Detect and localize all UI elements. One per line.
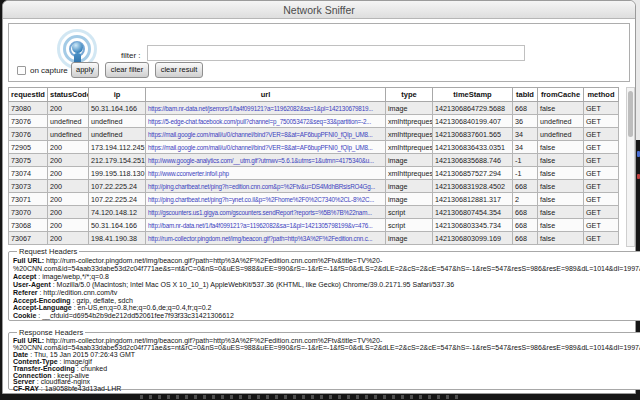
table-row[interactable]: 73070 200 74.120.148.12 http://gscounter…	[9, 206, 619, 219]
cell-method: GET	[584, 115, 619, 128]
cell-ip: 212.179.154.251	[89, 154, 146, 167]
cell-requestid: 73080	[9, 102, 48, 115]
table-row[interactable]: 73074 200 199.195.118.130 http://www.cco…	[9, 167, 619, 180]
cell-statuscode: 200	[48, 102, 89, 115]
cell-tabid: 668	[513, 180, 538, 193]
column-header-requestid[interactable]: requestId	[9, 88, 48, 102]
column-header-method[interactable]: method	[584, 88, 619, 102]
requests-table: requestId statusCode ip url type timeSta…	[8, 87, 619, 245]
window-title: Network Sniffer	[3, 4, 635, 16]
table-row[interactable]: 72905 200 173.194.112.245 https://mail.g…	[9, 141, 619, 154]
cell-ip: undefined	[89, 115, 146, 128]
table-row[interactable]: 73076 undefined undefined https://5-edge…	[9, 115, 619, 128]
table-row[interactable]: 73067 200 198.41.190.38 http://rum-colle…	[9, 232, 619, 245]
cell-requestid: 72905	[9, 141, 48, 154]
cell-url-link[interactable]: https://bam.nr-data.net/jserrors/1/fa4f0…	[146, 102, 386, 115]
cell-url-link[interactable]: https://mail.google.com/mail/u/0/channel…	[146, 141, 386, 154]
cell-timestamp: 1421306835688.746	[433, 154, 513, 167]
scrollbar-thumb[interactable]	[628, 91, 633, 137]
cell-requestid: 73068	[9, 219, 48, 232]
table-header-row: requestId statusCode ip url type timeSta…	[9, 88, 619, 102]
cell-fromcache: undefined	[538, 128, 584, 141]
table-row[interactable]: 73075 200 212.179.154.251 http://www.goo…	[9, 154, 619, 167]
cell-fromcache: false	[538, 193, 584, 206]
column-header-timestamp[interactable]: timeStamp	[433, 88, 513, 102]
request-headers-legend: Request Headers	[17, 247, 79, 256]
cell-requestid: 73071	[9, 193, 48, 206]
cell-statuscode: 200	[48, 206, 89, 219]
cell-type: script	[386, 219, 433, 232]
header-entry: Connection : keep-alive	[13, 373, 640, 380]
column-header-fromcache[interactable]: fromCache	[538, 88, 584, 102]
response-headers-panel: Response Headers Full URL: http://rum-co…	[8, 328, 640, 390]
cell-tabid: 668	[513, 206, 538, 219]
clear-result-button[interactable]: clear result	[155, 62, 203, 78]
cell-statuscode: 200	[48, 167, 89, 180]
cell-tabid: -1	[513, 154, 538, 167]
on-capture-checkbox[interactable]	[17, 66, 26, 75]
cell-fromcache: false	[538, 232, 584, 245]
cell-timestamp: 1421306864729.5688	[433, 102, 513, 115]
table-row[interactable]: 73071 200 107.22.225.24 http://ping.char…	[9, 193, 619, 206]
requests-table-body: 73080 200 50.31.164.166 https://bam.nr-d…	[9, 102, 619, 245]
titlebar: Network Sniffer	[3, 1, 635, 19]
cell-url-link[interactable]: http://rum-collector.pingdom.net/img/bea…	[146, 232, 386, 245]
cell-ip: 50.31.164.166	[89, 219, 146, 232]
column-header-url[interactable]: url	[146, 88, 386, 102]
table-scrollbar[interactable]	[626, 87, 635, 247]
cell-url-link[interactable]: http://ping.chartbeat.net/ping?h=ynet.co…	[146, 193, 386, 206]
cell-tabid: -1	[513, 167, 538, 180]
request-full-url-line2: %20CNN.com&id=54aab33dabe53d2c04f771ae&s…	[13, 265, 640, 273]
header-entry: Referer : http://edition.cnn.com/tv	[13, 289, 640, 297]
cell-method: GET	[584, 180, 619, 193]
table-row[interactable]: 73073 200 107.22.225.24 http://ping.char…	[9, 180, 619, 193]
cell-statuscode: 200	[48, 219, 89, 232]
column-header-ip[interactable]: ip	[89, 88, 146, 102]
cell-statuscode: 200	[48, 141, 89, 154]
cell-fromcache: false	[538, 141, 584, 154]
cell-method: GET	[584, 167, 619, 180]
column-header-tabid[interactable]: tabId	[513, 88, 538, 102]
cell-tabid: 668	[513, 232, 538, 245]
column-header-statuscode[interactable]: statusCode	[48, 88, 89, 102]
background-artifact	[140, 395, 460, 399]
cell-ip: 50.31.164.166	[89, 102, 146, 115]
cell-type: xmlhttprequest	[386, 115, 433, 128]
cell-url-link[interactable]: https://mail.google.com/mail/u/0/channel…	[146, 128, 386, 141]
cell-method: GET	[584, 206, 619, 219]
table-row[interactable]: 73080 200 50.31.164.166 https://bam.nr-d…	[9, 102, 619, 115]
request-full-url-line1: Full URL: http://rum-collector.pingdom.n…	[13, 257, 640, 265]
cell-url-link[interactable]: http://gscounters.us1.gigya.com/gscounte…	[146, 206, 386, 219]
filter-panel: filter : on capture apply clear filter c…	[8, 23, 630, 82]
cell-ip: 173.194.112.245	[89, 141, 146, 154]
cell-url-link[interactable]: http://www.cconverter.info/i.php	[146, 167, 386, 180]
cell-requestid: 73075	[9, 154, 48, 167]
cell-tabid: 34	[513, 141, 538, 154]
cell-url-link[interactable]: http://ping.chartbeat.net/ping?h=edition…	[146, 180, 386, 193]
on-capture-label: on capture	[30, 66, 68, 75]
cell-url-link[interactable]: http://www.google-analytics.com/__utm.gi…	[146, 154, 386, 167]
cell-type: script	[386, 206, 433, 219]
cell-url-link[interactable]: https://5-edge-chat.facebook.com/pull?ch…	[146, 115, 386, 128]
apply-button[interactable]: apply	[71, 62, 99, 78]
cell-url-link[interactable]: http://bam.nr-data.net/1/fa4f099121?a=11…	[146, 219, 386, 232]
cell-type: xmlhttprequest	[386, 128, 433, 141]
column-header-type[interactable]: type	[386, 88, 433, 102]
cell-timestamp: 1421306836433.0351	[433, 141, 513, 154]
cell-tabid: 668	[513, 219, 538, 232]
cell-ip: 107.22.225.24	[89, 180, 146, 193]
app-window: Network Sniffer filter : on capture appl…	[2, 0, 636, 394]
table-row[interactable]: 73068 200 50.31.164.166 http://bam.nr-da…	[9, 219, 619, 232]
cell-method: GET	[584, 154, 619, 167]
filter-input[interactable]	[147, 45, 525, 61]
table-row[interactable]: 73076 undefined undefined https://mail.g…	[9, 128, 619, 141]
cell-tabid: 2	[513, 193, 538, 206]
clear-filter-button[interactable]: clear filter	[105, 62, 149, 78]
cell-type: xmlhttprequest	[386, 141, 433, 154]
cell-statuscode: 200	[48, 193, 89, 206]
response-headers-list: Date : Thu, 15 Jan 2015 07:26:43 GMTCont…	[13, 352, 640, 393]
cell-timestamp: 1421306831928.4502	[433, 180, 513, 193]
cell-ip: 198.41.190.38	[89, 232, 146, 245]
cell-statuscode: undefined	[48, 115, 89, 128]
cell-fromcache: false	[538, 102, 584, 115]
